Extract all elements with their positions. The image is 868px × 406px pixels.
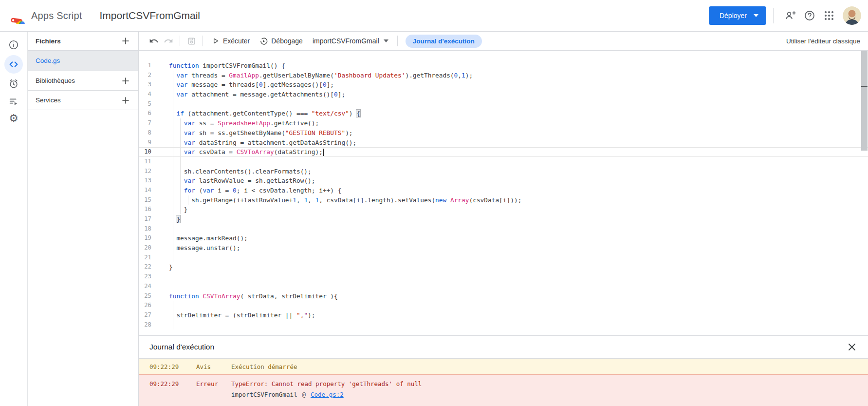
line-number: 5 xyxy=(139,99,151,109)
line-number: 4 xyxy=(139,90,151,99)
code-line[interactable]: 19 message.markRead(); xyxy=(139,233,868,243)
code-line[interactable]: 6 if (attachment.getContentType() === "t… xyxy=(139,109,868,118)
code-line[interactable]: 18 xyxy=(139,224,868,234)
toolbar-divider xyxy=(397,36,398,46)
line-number: 18 xyxy=(139,224,151,234)
code-line[interactable]: 20 message.unstar(); xyxy=(139,243,868,253)
triggers-clock-icon[interactable] xyxy=(4,75,23,93)
indent-guide xyxy=(173,233,173,243)
code-line[interactable]: 10 var csvData = CSVToArray(dataString); xyxy=(139,147,868,157)
settings-gear-icon[interactable]: ⚙ xyxy=(4,109,23,128)
code-line[interactable]: 17 } xyxy=(139,214,868,224)
indent-guide xyxy=(188,195,188,205)
indent-guide xyxy=(180,186,181,195)
code-line[interactable]: 21 xyxy=(139,253,868,263)
indent-guide xyxy=(173,195,173,205)
line-number: 24 xyxy=(139,282,151,291)
line-content: message.markRead(); xyxy=(169,233,868,243)
editor-scrollbar[interactable] xyxy=(861,51,868,151)
add-service-button[interactable] xyxy=(119,94,132,107)
line-content xyxy=(169,301,868,310)
executions-list-icon[interactable] xyxy=(4,92,23,111)
line-content xyxy=(169,320,868,330)
code-line[interactable]: 15 sh.getRange(i+lastRowValue+1, 1, 1, c… xyxy=(139,195,868,205)
code-line[interactable]: 5 xyxy=(139,99,868,109)
google-apps-grid-icon[interactable] xyxy=(819,6,839,25)
log-message: Exécution démarrée xyxy=(231,363,868,370)
line-number: 21 xyxy=(139,253,151,263)
debug-button-label: Débogage xyxy=(271,37,303,45)
code-line[interactable]: 11 xyxy=(139,157,868,167)
run-button[interactable]: Exécuter xyxy=(207,34,255,48)
line-number: 20 xyxy=(139,243,151,253)
code-line[interactable]: 27 strDelimiter = (strDelimiter || ","); xyxy=(139,310,868,320)
line-content: } xyxy=(169,214,868,224)
code-editor[interactable]: 1function importCSVFromGmail() {2 var th… xyxy=(139,51,868,335)
line-content: } xyxy=(169,205,868,214)
error-stack-line: importCSVFromGmail@Code.gs:2 xyxy=(231,391,868,398)
code-line[interactable]: 26 xyxy=(139,301,868,310)
add-file-button[interactable] xyxy=(119,34,132,48)
overview-info-icon[interactable] xyxy=(4,36,23,54)
line-content: message.unstar(); xyxy=(169,243,868,253)
line-number: 11 xyxy=(139,157,151,167)
help-icon[interactable] xyxy=(800,6,819,25)
deploy-button[interactable]: Déployer xyxy=(709,6,766,25)
sidebar-item-services[interactable]: Services xyxy=(28,91,138,110)
code-line[interactable]: 16 } xyxy=(139,205,868,214)
log-level: Erreur xyxy=(196,380,231,387)
log-timestamp: 09:22:29 xyxy=(149,363,196,370)
classic-editor-link[interactable]: Utiliser l'éditeur classique xyxy=(786,38,860,45)
save-icon[interactable] xyxy=(184,34,199,48)
editor-code-icon[interactable] xyxy=(4,55,23,74)
code-line[interactable]: 4 var attachment = message.getAttachment… xyxy=(139,90,868,99)
code-line[interactable]: 8 var sh = ss.getSheetByName("GESTION RE… xyxy=(139,128,868,138)
code-line[interactable]: 25function CSVToArray( strData, strDelim… xyxy=(139,291,868,301)
product-name: Apps Script xyxy=(31,10,82,21)
toolbar-divider xyxy=(180,36,180,46)
redo-icon[interactable] xyxy=(161,34,176,48)
share-add-user-icon[interactable] xyxy=(780,6,800,25)
file-item-code-gs[interactable]: Code.gs xyxy=(28,51,138,71)
code-line[interactable]: 14 for (var i = 0; i < csvData.length; i… xyxy=(139,186,868,195)
code-line[interactable]: 12 sh.clearContents().clearFormats(); xyxy=(139,167,868,176)
line-content xyxy=(169,282,868,291)
execution-log-pill[interactable]: Journal d'exécution xyxy=(406,35,482,48)
undo-icon[interactable] xyxy=(147,34,161,48)
line-number: 16 xyxy=(139,205,151,214)
debug-button[interactable]: Débogage xyxy=(255,34,308,48)
line-number: 1 xyxy=(139,61,151,71)
project-title[interactable]: ImportCSVFromGmail xyxy=(99,10,200,21)
code-line[interactable]: 7 var ss = SpreadsheetApp.getActive(); xyxy=(139,118,868,128)
avatar[interactable] xyxy=(843,6,861,25)
code-line[interactable]: 3 var message = threads[0].getMessages()… xyxy=(139,80,868,90)
code-line[interactable]: 2 var threads = GmailApp.getUserLabelByN… xyxy=(139,71,868,80)
close-icon[interactable] xyxy=(845,340,859,354)
indent-guide xyxy=(173,310,173,320)
deploy-button-label: Déployer xyxy=(720,12,747,19)
apps-script-ide: Apps Script ImportCSVFromGmail Déployer xyxy=(0,0,868,406)
indent-guide xyxy=(173,90,173,99)
line-number: 13 xyxy=(139,176,151,186)
add-library-button[interactable] xyxy=(119,74,132,88)
indent-guide xyxy=(180,195,181,205)
execution-log-title: Journal d'exécution xyxy=(149,343,214,351)
code-line[interactable]: 1function importCSVFromGmail() { xyxy=(139,61,868,71)
function-selector-dropdown[interactable]: importCSVFromGmail xyxy=(308,34,393,48)
code-line[interactable]: 22} xyxy=(139,262,868,272)
code-line[interactable]: 13 var lastRowValue = sh.getLastRow(); xyxy=(139,176,868,186)
line-content xyxy=(169,224,868,234)
log-message: TypeError: Cannot read property 'getThre… xyxy=(231,380,868,398)
line-content xyxy=(169,272,868,282)
indent-guide xyxy=(173,301,173,310)
error-source-link[interactable]: Code.gs:2 xyxy=(311,391,344,398)
line-number: 26 xyxy=(139,301,151,310)
code-line[interactable]: 24 xyxy=(139,282,868,291)
sidebar-item-libraries[interactable]: Bibliothèques xyxy=(28,71,138,91)
code-line[interactable]: 9 var dataString = attachment.getDataAsS… xyxy=(139,138,868,148)
files-header: Fichiers xyxy=(28,32,138,51)
line-number: 8 xyxy=(139,128,151,138)
code-line[interactable]: 28 xyxy=(139,320,868,330)
code-line[interactable]: 23 xyxy=(139,272,868,282)
line-number: 17 xyxy=(139,214,151,224)
